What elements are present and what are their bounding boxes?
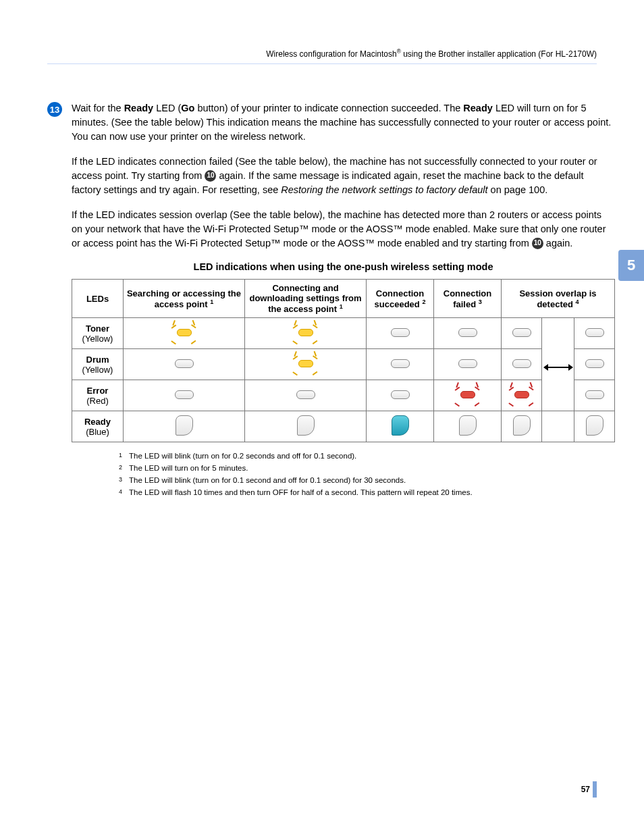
section-tab: 5: [618, 250, 644, 281]
th-connecting: Connecting and downloading settings from…: [245, 280, 367, 318]
led-off-icon: [585, 328, 604, 337]
led-table: LEDs Searching or accessing the access p…: [72, 279, 615, 442]
step-body: Wait for the Ready LED (Go button) of yo…: [72, 101, 615, 500]
footnote-2: 2The LED will turn on for 5 minutes.: [119, 464, 615, 472]
led-ready-off-icon: [513, 415, 531, 436]
arrow-left-right-icon: [547, 367, 570, 368]
led-off-icon: [585, 390, 604, 399]
th-leds: LEDs: [72, 280, 124, 318]
led-blink-red-icon: [509, 386, 535, 406]
led-off-icon: [458, 328, 477, 337]
led-blink-yellow-icon: [293, 323, 319, 344]
footnote-4: 4The LED will flash 10 times and then tu…: [119, 488, 615, 496]
footnote-1: 1The LED will blink (turn on for 0.2 sec…: [119, 452, 615, 460]
led-blink-yellow-icon: [171, 323, 197, 344]
led-ready-off-icon: [176, 415, 193, 436]
led-ready-off-icon: [459, 415, 477, 436]
led-off-icon: [512, 328, 531, 337]
step-ref-10b-icon: 10: [532, 238, 543, 249]
page-number-bar-icon: [593, 781, 597, 798]
led-off-icon: [175, 390, 194, 399]
led-off-icon: [391, 390, 410, 399]
step-number-icon: 13: [47, 102, 62, 117]
led-ready-on-icon: [392, 415, 409, 436]
table-caption: LED indications when using the one-push …: [72, 261, 615, 272]
th-overlap: Session overlap is detected 4: [502, 280, 615, 318]
led-off-icon: [458, 359, 477, 368]
led-off-icon: [585, 359, 604, 368]
row-toner: Toner(Yellow): [72, 318, 615, 349]
led-off-icon: [175, 359, 194, 368]
led-ready-off-icon: [586, 415, 603, 436]
row-ready: Ready(Blue): [72, 411, 615, 442]
led-blink-red-icon: [455, 386, 481, 406]
led-off-icon: [391, 328, 410, 337]
paragraph-1: Wait for the Ready LED (Go button) of yo…: [72, 101, 615, 144]
th-succeeded: Connection succeeded 2: [367, 280, 434, 318]
row-error: Error(Red): [72, 380, 615, 411]
step-13: 13 Wait for the Ready LED (Go button) of…: [47, 101, 597, 500]
led-ready-off-icon: [297, 415, 315, 436]
breadcrumb-suffix: using the Brother installer application …: [401, 49, 597, 59]
overlap-arrow-cell: [542, 318, 574, 411]
paragraph-3: If the LED indicates session overlap (Se…: [72, 208, 615, 251]
paragraph-2: If the LED indicates connection failed (…: [72, 155, 615, 197]
th-searching: Searching or accessing the access point …: [124, 280, 245, 318]
breadcrumb: Wireless configuration for Macintosh® us…: [47, 48, 597, 63]
row-drum: Drum(Yellow): [72, 349, 615, 380]
led-blink-yellow-icon: [293, 355, 319, 375]
footnotes: 1The LED will blink (turn on for 0.2 sec…: [119, 452, 615, 496]
breadcrumb-prefix: Wireless configuration for Macintosh: [266, 49, 396, 59]
step-ref-10-icon: 10: [205, 170, 216, 182]
footnote-3: 3The LED will blink (turn on for 0.1 sec…: [119, 476, 615, 484]
page-number: 57: [581, 781, 597, 798]
led-off-icon: [391, 359, 410, 368]
led-off-icon: [296, 390, 315, 399]
th-failed: Connection failed 3: [434, 280, 502, 318]
led-off-icon: [512, 359, 531, 368]
page-content: Wireless configuration for Macintosh® us…: [0, 0, 644, 527]
